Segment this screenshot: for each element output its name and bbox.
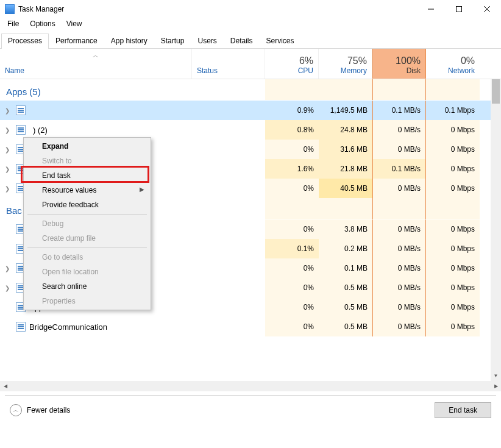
blank-cell (265, 79, 319, 100)
ctx-properties: Properties (25, 294, 149, 308)
col-disk[interactable]: 100% Disk (372, 49, 426, 79)
net-cell: 0 Mbps (426, 219, 480, 239)
disk-cell: 0 MB/s (372, 120, 426, 140)
status-cell (192, 101, 265, 120)
memory-pct: 75% (347, 55, 367, 66)
mem-cell: 0.5 MB (319, 317, 372, 336)
name-cell: BridgeCommunication (0, 317, 192, 336)
scroll-down-icon[interactable]: ▼ (491, 371, 501, 381)
cpu-pct: 6% (299, 55, 313, 66)
fewer-details-toggle[interactable]: ︿ Fewer details (10, 404, 70, 416)
close-button[interactable] (473, 0, 501, 18)
menu-bar: File Options View (0, 18, 501, 32)
horizontal-scrollbar[interactable]: ◀ ▶ (0, 381, 501, 391)
minimize-button[interactable] (417, 0, 445, 18)
disk-cell: 0 MB/s (372, 278, 426, 297)
network-pct: 0% (461, 55, 475, 66)
mem-cell: 31.6 MB (319, 140, 372, 159)
menu-view[interactable]: View (62, 18, 87, 32)
cpu-cell: 0% (265, 140, 319, 159)
expand-icon[interactable]: ❯ (2, 107, 12, 114)
net-cell: 0 Mbps (426, 278, 480, 297)
blank-cell (426, 79, 480, 100)
scroll-right-icon[interactable]: ▶ (491, 381, 501, 391)
expand-icon[interactable]: ❯ (2, 285, 12, 291)
col-name[interactable]: ︿ Name (0, 49, 192, 79)
net-cell: 0 Mbps (426, 140, 480, 159)
ctx-switch-to: Switch to (25, 154, 149, 168)
expand-icon[interactable]: ❯ (2, 146, 12, 153)
chevron-right-icon: ▶ (140, 186, 144, 193)
status-cell (192, 179, 265, 198)
cpu-cell: 0% (265, 278, 319, 297)
ctx-create-dump: Create dump file (25, 231, 149, 246)
tab-performance[interactable]: Performance (49, 34, 104, 49)
tab-services[interactable]: Services (260, 34, 301, 49)
status-cell (192, 239, 265, 258)
disk-pct: 100% (396, 55, 421, 66)
col-network[interactable]: 0% Network (426, 49, 480, 79)
ctx-go-to-details: Go to details (25, 250, 149, 265)
expand-icon[interactable]: ❯ (2, 166, 12, 172)
col-status[interactable]: Status (192, 49, 265, 79)
mem-cell: 3.8 MB (319, 219, 372, 239)
net-cell: 0.1 Mbps (426, 101, 480, 120)
memory-label: Memory (341, 66, 367, 75)
tab-strip: Processes Performance App history Startu… (0, 33, 501, 49)
end-task-button[interactable]: End task (435, 402, 491, 418)
sort-indicator-icon: ︿ (93, 51, 99, 60)
ctx-end-task[interactable]: End task (25, 168, 149, 183)
cpu-cell: 0.1% (265, 239, 319, 258)
process-icon (16, 105, 26, 115)
disk-cell: 0 MB/s (372, 317, 426, 336)
blank-cell (426, 198, 480, 219)
net-cell: 0 Mbps (426, 297, 480, 317)
tab-startup[interactable]: Startup (154, 34, 191, 49)
ctx-debug: Debug (25, 216, 149, 231)
disk-label: Disk (407, 66, 421, 75)
maximize-button[interactable] (445, 0, 473, 18)
disk-cell: 0 MB/s (372, 219, 426, 239)
menu-file[interactable]: File (2, 18, 24, 32)
ctx-resource-values-label: Resource values (42, 186, 96, 194)
group-header: Apps (5) (0, 79, 265, 101)
title-bar: Task Manager (0, 0, 501, 18)
mem-cell: 24.8 MB (319, 120, 372, 140)
app-icon (5, 4, 15, 14)
menu-options[interactable]: Options (25, 18, 60, 32)
mem-cell: 21.8 MB (319, 159, 372, 179)
blank-cell (372, 79, 426, 100)
cpu-label: CPU (298, 66, 313, 75)
tab-users[interactable]: Users (191, 34, 223, 49)
expand-icon[interactable]: ❯ (2, 265, 12, 272)
ctx-provide-feedback[interactable]: Provide feedback (25, 197, 149, 212)
expand-icon[interactable]: ❯ (2, 185, 12, 192)
ctx-expand[interactable]: Expand (25, 139, 149, 154)
cpu-cell: 0.8% (265, 120, 319, 140)
tab-details[interactable]: Details (224, 34, 260, 49)
ctx-search-online[interactable]: Search online (25, 279, 149, 294)
net-cell: 0 Mbps (426, 239, 480, 258)
disk-cell: 0 MB/s (372, 140, 426, 159)
status-cell (192, 317, 265, 336)
tab-app-history[interactable]: App history (104, 34, 154, 49)
ctx-resource-values[interactable]: Resource values▶ (25, 183, 149, 197)
scroll-left-icon[interactable]: ◀ (0, 381, 10, 391)
vertical-scrollbar[interactable]: ▼ (491, 79, 501, 381)
mem-cell: 0.5 MB (319, 297, 372, 317)
status-cell (192, 159, 265, 179)
expand-icon[interactable]: ❯ (2, 127, 12, 133)
col-memory[interactable]: 75% Memory (319, 49, 372, 79)
table-row[interactable]: ❯0.9%1,149.5 MB0.1 MB/s0.1 Mbps (0, 101, 491, 120)
process-name: BridgeCommunication (29, 322, 107, 332)
context-menu: Expand Switch to End task Resource value… (23, 137, 151, 310)
tab-processes[interactable]: Processes (1, 34, 49, 49)
net-cell: 0 Mbps (426, 120, 480, 140)
mem-cell: 0.1 MB (319, 258, 372, 278)
table-row[interactable]: BridgeCommunication0%0.5 MB0 MB/s0 Mbps (0, 317, 491, 336)
net-cell: 0 Mbps (426, 159, 480, 179)
status-cell (192, 278, 265, 297)
col-cpu[interactable]: 6% CPU (265, 49, 319, 79)
scrollbar-thumb[interactable] (492, 79, 500, 104)
window-title: Task Manager (18, 5, 417, 13)
